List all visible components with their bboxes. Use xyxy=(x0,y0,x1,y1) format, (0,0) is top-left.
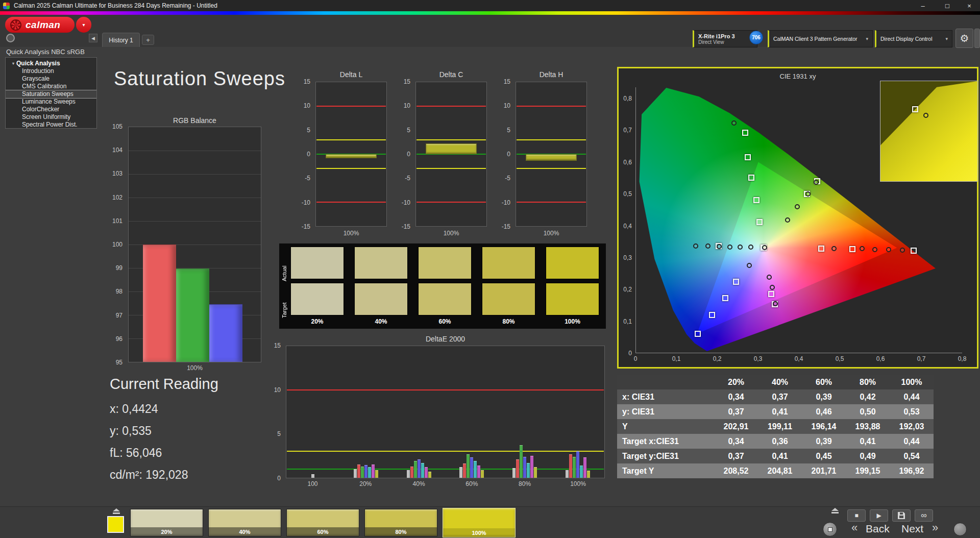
reference-line xyxy=(287,451,604,452)
display-control-dropdown[interactable]: Direct Display Control ▾ xyxy=(875,30,952,47)
table-cell: 0,53 xyxy=(890,404,934,419)
next-button[interactable]: Next xyxy=(901,523,923,535)
actual-swatch-80 xyxy=(482,247,535,279)
pattern-level-100[interactable]: 100% xyxy=(443,508,516,537)
reference-line xyxy=(416,106,486,107)
sidebar-item-cms-calibration[interactable]: CMS Calibration xyxy=(6,83,96,90)
pattern-level-80[interactable]: 80% xyxy=(364,509,437,536)
sidebar-item-spectral-power-dist[interactable]: Spectral Power Dist. xyxy=(6,121,96,129)
calman-logo-button[interactable]: calman xyxy=(5,17,75,33)
cie-measured-marker xyxy=(767,275,772,280)
back-button[interactable]: Back xyxy=(866,523,890,535)
save-icon xyxy=(898,512,905,519)
y-tick-label: -5 xyxy=(505,175,510,182)
sidebar-item-colorchecker[interactable]: ColorChecker xyxy=(6,106,96,113)
table-cell: 196,92 xyxy=(890,463,934,478)
close-button[interactable]: × xyxy=(959,0,980,11)
reference-line xyxy=(287,469,604,470)
sidebar-item-introduction[interactable]: Introduction xyxy=(6,67,96,75)
continuous-measure-button[interactable]: ∞ xyxy=(915,509,933,522)
actual-swatch-100 xyxy=(546,247,599,279)
target-swatch-100 xyxy=(546,283,599,315)
next-chevron-icon[interactable]: » xyxy=(932,521,938,534)
table-cell: 0,39 xyxy=(802,434,846,449)
add-tab-button[interactable]: + xyxy=(142,35,154,45)
reference-line xyxy=(517,202,586,203)
x-tick-label: 0,2 xyxy=(713,355,722,362)
table-cell: 0,49 xyxy=(846,449,890,463)
sidebar-collapse-button[interactable]: ◀ xyxy=(89,34,97,42)
y-tick-label: 15 xyxy=(274,342,281,349)
table-cell: 204,81 xyxy=(758,463,802,478)
settings-gear-button[interactable]: ⚙ xyxy=(955,29,973,48)
reading-value: y: 0,535 xyxy=(110,424,188,446)
delta-bar xyxy=(326,154,376,158)
sidebar-item-luminance-sweeps[interactable]: Luminance Sweeps xyxy=(6,98,96,106)
x-tick-label: 0,5 xyxy=(836,355,844,362)
delta-h-x-label: 100% xyxy=(516,230,587,237)
reference-line xyxy=(316,168,386,169)
rgb-balance-y-axis: 1051041031021011009998979695 xyxy=(100,127,126,362)
cie-zoom-inset xyxy=(880,81,978,182)
actual-swatch-20 xyxy=(290,247,344,279)
play-button[interactable]: ▶ xyxy=(870,509,888,522)
calman-menu-button[interactable]: ▾ xyxy=(76,17,91,33)
table-row: Target x:CIE310,340,360,390,410,44 xyxy=(617,434,934,449)
cie-target-marker xyxy=(849,246,855,252)
deltae-category-label: 100% xyxy=(570,480,586,487)
gear-icon: ⚙ xyxy=(960,32,969,44)
stop-button[interactable]: ■ xyxy=(847,509,866,522)
panel-edge-button[interactable] xyxy=(974,29,980,48)
sidebar-item-saturation-sweeps[interactable]: Saturation Sweeps xyxy=(6,90,96,98)
y-tick-label: 5 xyxy=(407,127,410,134)
reference-line xyxy=(416,139,486,140)
deltae-bar-group xyxy=(566,346,590,478)
y-tick-label: -15 xyxy=(402,223,410,230)
pattern-generator-dropdown[interactable]: CalMAN Client 3 Pattern Generator ▾ xyxy=(768,30,873,47)
circle-button[interactable] xyxy=(953,523,967,536)
cie-measured-marker xyxy=(693,243,698,249)
y-tick-label: 15 xyxy=(504,78,510,85)
tab-history-1[interactable]: History 1 xyxy=(102,33,140,47)
back-chevron-icon[interactable]: « xyxy=(851,521,857,534)
pattern-level-20[interactable]: 20% xyxy=(130,509,203,536)
meter-dropdown-label: X-Rite i1Pro 3 Direct View xyxy=(698,33,735,45)
chevron-down-icon: ▾ xyxy=(866,36,868,41)
swatch-label: 100% xyxy=(443,528,515,537)
session-options-button[interactable] xyxy=(6,34,15,42)
table-cell: 202,91 xyxy=(714,419,758,434)
y-tick-label: 0,1 xyxy=(623,318,632,325)
maximize-button[interactable]: □ xyxy=(936,0,959,11)
deltae-bar-group xyxy=(354,346,378,478)
reading-value: x: 0,4424 xyxy=(110,402,188,424)
save-button[interactable] xyxy=(892,509,911,522)
sidebar-item-grayscale[interactable]: Grayscale xyxy=(6,75,96,83)
swatch-label: 60% xyxy=(287,527,359,536)
swatch-column-label: 40% xyxy=(354,318,408,325)
eject-icon[interactable] xyxy=(829,508,841,515)
y-tick-label: 0 xyxy=(407,151,410,158)
pattern-level-40[interactable]: 40% xyxy=(208,509,281,536)
meter-dropdown[interactable]: X-Rite i1Pro 3 Direct View ▾ xyxy=(693,30,757,47)
pattern-level-60[interactable]: 60% xyxy=(286,509,359,536)
swatch-label: 40% xyxy=(209,527,281,536)
y-tick-label: 100 xyxy=(112,241,122,248)
table-cell: 0,46 xyxy=(802,404,846,419)
cie-target-marker xyxy=(753,197,760,203)
cie-target-marker xyxy=(768,291,774,297)
cie-measured-marker xyxy=(705,243,710,249)
deltae-category-label: 100 xyxy=(307,480,317,487)
table-corner-cell xyxy=(617,375,714,389)
table-row: x: CIE310,340,370,390,420,44 xyxy=(617,389,934,404)
cie-measured-marker xyxy=(727,244,732,250)
tree-item-quick-analysis[interactable]: ▾Quick Analysis xyxy=(6,59,96,67)
sidebar-item-screen-uniformity[interactable]: Screen Uniformity xyxy=(6,113,96,121)
y-tick-label: 101 xyxy=(112,217,122,225)
read-pattern-button[interactable] xyxy=(823,522,837,536)
minimize-button[interactable]: – xyxy=(912,0,934,11)
eject-icon[interactable] xyxy=(110,508,122,515)
y-tick-label: -5 xyxy=(405,175,410,182)
delta-l-x-label: 100% xyxy=(315,230,387,237)
table-row-label: x: CIE31 xyxy=(617,389,714,404)
deltae-category-label: 40% xyxy=(413,480,425,487)
